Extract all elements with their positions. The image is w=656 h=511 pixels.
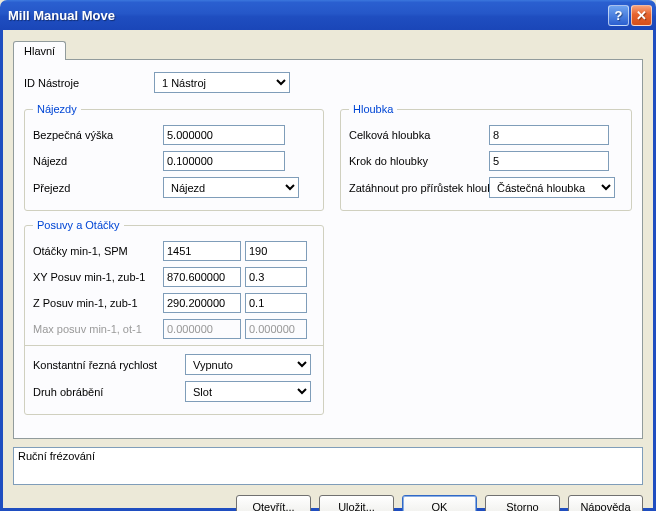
- retract-label: Zatáhnout pro přírůstek hloubky: [349, 182, 489, 194]
- titlebar-close-button[interactable]: ✕: [631, 5, 652, 26]
- z-feed-input-1[interactable]: [163, 293, 241, 313]
- max-feed-input-2: [245, 319, 307, 339]
- machining-type-select[interactable]: Slot: [185, 381, 311, 402]
- approach-input[interactable]: [163, 151, 285, 171]
- cancel-button[interactable]: Storno: [485, 495, 560, 511]
- depth-step-input[interactable]: [489, 151, 609, 171]
- close-icon: ✕: [636, 8, 647, 23]
- tabstrip: Hlavní: [13, 38, 643, 59]
- window-body: Hlavní ID Nástroje 1 Nástroj Nájezdy Bez…: [0, 30, 656, 511]
- machining-type-label: Druh obrábění: [33, 386, 185, 398]
- titlebar-help-button[interactable]: ?: [608, 5, 629, 26]
- dialog-button-row: Otevřít... Uložit... OK Storno Nápověda: [13, 495, 643, 511]
- help-icon: ?: [615, 8, 623, 23]
- total-depth-input[interactable]: [489, 125, 609, 145]
- max-feed-label: Max posuv min-1, ot-1: [33, 323, 163, 335]
- description-textarea[interactable]: Ruční frézování: [13, 447, 643, 485]
- group-najezdy-legend: Nájezdy: [33, 103, 81, 115]
- xy-feed-input-1[interactable]: [163, 267, 241, 287]
- over-travel-select[interactable]: Nájezd: [163, 177, 299, 198]
- safe-height-input[interactable]: [163, 125, 285, 145]
- depth-step-label: Krok do hloubky: [349, 155, 489, 167]
- xy-feed-label: XY Posuv min-1, zub-1: [33, 271, 163, 283]
- description-text: Ruční frézování: [18, 450, 95, 462]
- window-title: Mill Manual Move: [8, 8, 606, 23]
- group-hloubka-legend: Hloubka: [349, 103, 397, 115]
- group-posuvy-legend: Posuvy a Otáčky: [33, 219, 124, 231]
- tool-id-select[interactable]: 1 Nástroj: [154, 72, 290, 93]
- xy-feed-input-2[interactable]: [245, 267, 307, 287]
- spm-input-1[interactable]: [163, 241, 241, 261]
- z-feed-label: Z Posuv min-1, zub-1: [33, 297, 163, 309]
- total-depth-label: Celková hloubka: [349, 129, 489, 141]
- safe-height-label: Bezpečná výška: [33, 129, 163, 141]
- spm-input-2[interactable]: [245, 241, 307, 261]
- group-posuvy: Posuvy a Otáčky Otáčky min-1, SPM XY Pos…: [24, 219, 324, 415]
- ccs-label: Konstantní řezná rychlost: [33, 359, 185, 371]
- max-feed-input-1: [163, 319, 241, 339]
- ccs-select[interactable]: Vypnuto: [185, 354, 311, 375]
- tab-main-label: Hlavní: [24, 45, 55, 57]
- ok-button[interactable]: OK: [402, 495, 477, 511]
- tool-id-label: ID Nástroje: [24, 77, 154, 89]
- over-travel-label: Přejezd: [33, 182, 163, 194]
- retract-select[interactable]: Částečná hloubka: [489, 177, 615, 198]
- approach-label: Nájezd: [33, 155, 163, 167]
- save-button[interactable]: Uložit...: [319, 495, 394, 511]
- title-bar: Mill Manual Move ? ✕: [0, 0, 656, 30]
- z-feed-input-2[interactable]: [245, 293, 307, 313]
- tab-main[interactable]: Hlavní: [13, 41, 66, 60]
- spm-label: Otáčky min-1, SPM: [33, 245, 163, 257]
- tab-panel-main: ID Nástroje 1 Nástroj Nájezdy Bezpečná v…: [13, 59, 643, 439]
- group-najezdy: Nájezdy Bezpečná výška Nájezd Přejezd Ná…: [24, 103, 324, 211]
- group-hloubka: Hloubka Celková hloubka Krok do hloubky …: [340, 103, 632, 211]
- open-button[interactable]: Otevřít...: [236, 495, 311, 511]
- help-button[interactable]: Nápověda: [568, 495, 643, 511]
